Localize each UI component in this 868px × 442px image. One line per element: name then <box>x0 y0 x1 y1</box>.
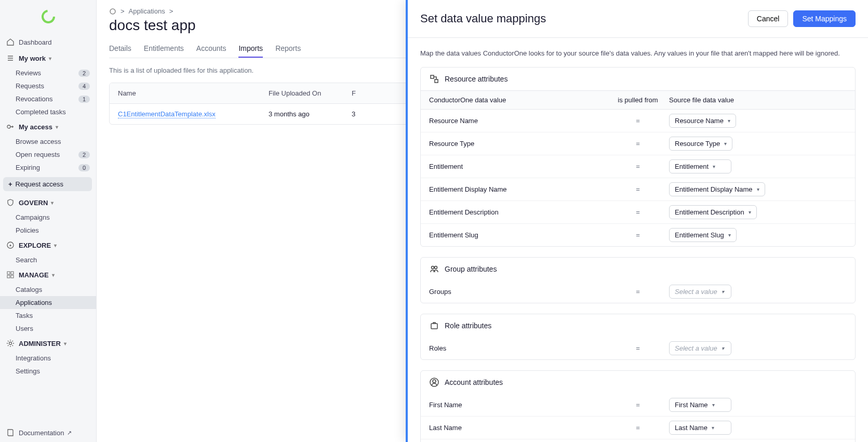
set-mappings-button[interactable]: Set Mappings <box>793 10 856 27</box>
badge-open-requests: 2 <box>78 151 90 158</box>
nav-policies[interactable]: Policies <box>0 224 96 237</box>
map-row: Entitlement=Entitlement▾ <box>421 155 855 178</box>
map-row: Entitlement Slug=Entitlement Slug▾ <box>421 223 855 246</box>
breadcrumb-sep: > <box>169 7 173 15</box>
nav-documentation-label: Documentation <box>19 429 64 437</box>
tab-details[interactable]: Details <box>109 40 131 58</box>
nav-administer[interactable]: ADMINISTER ▾ <box>0 335 96 352</box>
account-icon <box>429 377 439 387</box>
map-dst-select[interactable]: Select a value▾ <box>669 285 731 299</box>
badge-revocations: 1 <box>78 96 90 103</box>
map-dst-select[interactable]: Resource Name▾ <box>669 114 736 128</box>
map-dst-select[interactable]: Entitlement▾ <box>669 159 731 173</box>
map-dst-select[interactable]: Resource Type▾ <box>669 137 732 151</box>
map-row: Email Address=Email Address▾ <box>421 439 855 443</box>
map-eq: = <box>607 185 669 193</box>
nav-revocations[interactable]: Revocations1 <box>0 92 96 105</box>
nav-tasks[interactable]: Tasks <box>0 309 96 322</box>
cancel-button[interactable]: Cancel <box>748 10 789 27</box>
chevron-down-icon: ▾ <box>712 425 714 431</box>
map-row: Groups=Select a value▾ <box>421 280 855 303</box>
nav-applications[interactable]: Applications <box>0 296 96 309</box>
svg-rect-6 <box>11 275 14 278</box>
nav-campaigns[interactable]: Campaigns <box>0 211 96 224</box>
panel-title: Set data value mappings <box>420 12 546 25</box>
chevron-down-icon: ▾ <box>724 141 727 146</box>
nav-manage[interactable]: MANAGE ▾ <box>0 266 96 283</box>
svg-rect-10 <box>435 79 438 83</box>
nav-requests[interactable]: Requests4 <box>0 79 96 92</box>
tab-entitlements[interactable]: Entitlements <box>144 40 184 58</box>
nav-integrations[interactable]: Integrations <box>0 352 96 365</box>
tab-accounts[interactable]: Accounts <box>196 40 226 58</box>
nav-documentation[interactable]: Documentation ↗ <box>0 423 96 442</box>
breadcrumb-home-icon[interactable] <box>109 8 116 15</box>
nav-dashboard[interactable]: Dashboard <box>0 34 96 50</box>
svg-rect-4 <box>11 272 14 274</box>
section-group-head: Group attributes <box>421 258 855 280</box>
nav-settings[interactable]: Settings <box>0 365 96 378</box>
col-uploaded: File Uploaded On <box>260 83 343 103</box>
svg-rect-5 <box>7 275 10 278</box>
file-uploaded: 3 months ago <box>260 104 343 124</box>
tab-reports[interactable]: Reports <box>275 40 301 58</box>
svg-point-1 <box>7 125 10 128</box>
svg-point-11 <box>432 266 434 269</box>
map-eq: = <box>607 424 669 432</box>
chevron-down-icon: ▾ <box>728 118 730 124</box>
map-src: Entitlement Display Name <box>429 185 607 193</box>
map-dst-select[interactable]: Last Name▾ <box>669 421 731 435</box>
nav-explore[interactable]: EXPLORE ▾ <box>0 237 96 253</box>
section-role-head: Role attributes <box>421 314 855 337</box>
tab-imports[interactable]: Imports <box>238 40 263 58</box>
svg-rect-9 <box>431 75 434 78</box>
svg-point-7 <box>9 342 12 345</box>
grid-icon <box>6 271 15 279</box>
map-dst-select[interactable]: Select a value▾ <box>669 341 731 355</box>
sidebar: Dashboard My work ▾ Reviews2 Requests4 R… <box>0 0 97 442</box>
map-dst-select[interactable]: First Name▾ <box>669 398 731 412</box>
chevron-down-icon: ▾ <box>49 56 51 61</box>
map-col-pulled: is pulled from <box>607 96 669 104</box>
chevron-down-icon: ▾ <box>51 200 54 206</box>
nav-catalogs[interactable]: Catalogs <box>0 283 96 296</box>
nav-completed-tasks[interactable]: Completed tasks <box>0 105 96 118</box>
nav-open-requests[interactable]: Open requests2 <box>0 148 96 161</box>
map-dst-select[interactable]: Entitlement Description▾ <box>669 205 757 219</box>
map-row: Last Name=Last Name▾ <box>421 416 855 439</box>
map-eq: = <box>607 401 669 409</box>
nav-my-work[interactable]: My work ▾ <box>0 50 96 66</box>
map-src: Entitlement <box>429 163 607 170</box>
nav-dashboard-label: Dashboard <box>19 38 52 46</box>
map-src: Groups <box>429 288 607 296</box>
request-access-button[interactable]: + Request access <box>3 177 92 191</box>
list-icon <box>6 54 15 62</box>
svg-point-15 <box>433 380 436 383</box>
map-eq: = <box>607 231 669 239</box>
nav-users[interactable]: Users <box>0 322 96 335</box>
request-access-label: Request access <box>16 180 64 188</box>
shield-icon <box>6 198 15 207</box>
map-dst-select[interactable]: Entitlement Slug▾ <box>669 228 737 242</box>
file-link[interactable]: C1EntitlementDataTemplate.xlsx <box>118 110 216 118</box>
map-row: Roles=Select a value▾ <box>421 337 855 359</box>
nav-govern[interactable]: GOVERN ▾ <box>0 194 96 211</box>
nav-expiring[interactable]: Expiring0 <box>0 161 96 174</box>
map-eq: = <box>607 117 669 125</box>
nav-my-access[interactable]: My access ▾ <box>0 118 96 135</box>
svg-rect-13 <box>431 324 437 329</box>
chevron-down-icon: ▾ <box>749 209 751 215</box>
nav-my-access-label: My access <box>19 123 52 131</box>
map-dst-value: Entitlement <box>675 163 709 170</box>
badge-requests: 4 <box>78 83 90 90</box>
map-dst-select[interactable]: Entitlement Display Name▾ <box>669 182 765 196</box>
book-icon <box>6 428 15 437</box>
file-extra: 3 <box>343 104 364 124</box>
map-header: ConductorOne data value is pulled from S… <box>421 90 855 110</box>
nav-search[interactable]: Search <box>0 253 96 266</box>
section-account-head: Account attributes <box>421 371 855 394</box>
nav-browse-access[interactable]: Browse access <box>0 135 96 148</box>
section-resource-title: Resource attributes <box>445 75 508 83</box>
breadcrumb-applications[interactable]: Applications <box>129 7 165 15</box>
nav-reviews[interactable]: Reviews2 <box>0 66 96 79</box>
